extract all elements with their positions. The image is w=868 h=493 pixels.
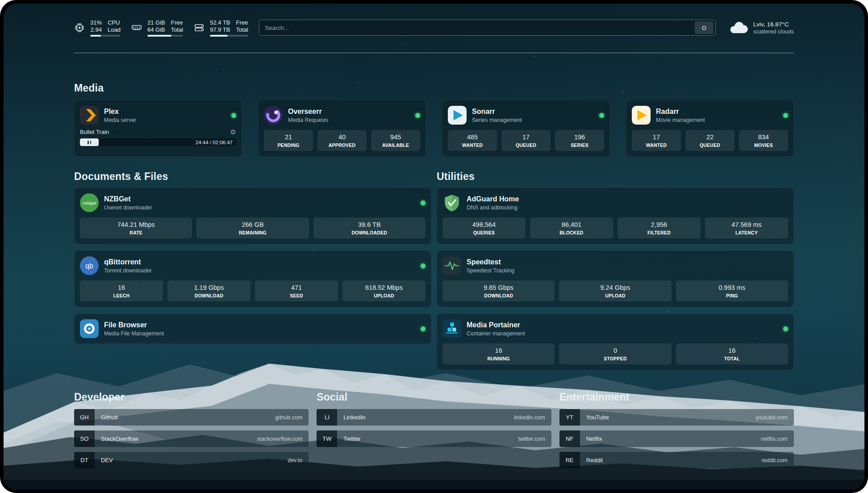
service-name: Plex	[104, 107, 136, 116]
disk-free-value: 52.4 TB	[210, 19, 230, 26]
service-subtitle: Torrent downloader	[104, 267, 152, 274]
bookmark-domain: linkedin.com	[514, 414, 545, 421]
bookmark-abbr: SO	[74, 430, 95, 447]
system-widgets: 31% CPU 2.94 Load	[74, 19, 248, 37]
bookmark-youtube[interactable]: YT YouTube youtube.com	[559, 409, 794, 426]
plex-now-playing: Bullet Train ⚙ 24:44 / 02:06:47	[80, 129, 236, 146]
bookmark-name: Netflix	[586, 435, 602, 442]
bookmark-domain: stackoverflow.com	[257, 436, 302, 442]
header-divider	[74, 53, 794, 53]
cpu-load-value: 2.94	[90, 26, 102, 33]
bookmark-netflix[interactable]: NF Netflix netflix.com	[559, 430, 794, 447]
service-card-nzbget[interactable]: nzbget NZBGet Usenet downloader 744.21 M…	[74, 188, 431, 244]
memory-total-label: Total	[171, 26, 183, 33]
status-dot	[415, 113, 420, 118]
memory-free-value: 21 GiB	[147, 19, 165, 26]
service-subtitle: Media Requests	[288, 117, 328, 123]
speedtest-icon	[442, 256, 461, 275]
stat-wanted: 17 WANTED	[632, 130, 681, 151]
bookmark-github[interactable]: GH Github github.com	[74, 409, 309, 426]
service-name: Speedtest	[467, 258, 514, 267]
service-subtitle: Usenet downloader	[104, 205, 152, 211]
cloud-icon	[729, 21, 748, 34]
stat-running: 16 RUNNING	[442, 343, 555, 364]
service-card-portainer[interactable]: Media Portainer Container management 16 …	[437, 313, 794, 370]
service-card-plex[interactable]: Plex Media server Bullet Train ⚙	[74, 100, 242, 157]
cpu-widget: 31% CPU 2.94 Load	[74, 19, 121, 37]
service-card-sonarr[interactable]: Sonarr Series management 485 WANTED	[442, 100, 610, 157]
bookmark-name: StackOverflow	[101, 435, 138, 442]
service-card-overseerr[interactable]: Overseerr Media Requests 21 PENDING	[258, 100, 426, 157]
stat-movies: 834 MOVIES	[739, 130, 788, 151]
bookmark-stackoverflow[interactable]: SO StackOverflow stackoverflow.com	[74, 430, 309, 447]
stat-leech: 16 LEECH	[80, 280, 163, 301]
pause-icon[interactable]	[87, 141, 92, 144]
developer-bookmarks: Developer GH Github github.com SO StackO…	[74, 391, 309, 473]
playback-time: 24:44 / 02:06:47	[196, 140, 233, 145]
service-name: qBittorrent	[104, 258, 152, 267]
bookmark-abbr: LI	[317, 409, 337, 426]
service-name: Sonarr	[472, 107, 522, 116]
status-dot	[599, 113, 604, 118]
service-card-speedtest[interactable]: Speedtest Speedtest Tracking 9.65 Gbps D…	[437, 251, 794, 307]
entertainment-bookmarks: Entertainment YT YouTube youtube.com NF …	[559, 391, 794, 473]
bookmark-name: LinkedIn	[343, 414, 365, 421]
section-title-developer: Developer	[74, 391, 309, 404]
bookmark-domain: twitter.com	[518, 436, 545, 442]
section-title-documents: Documents & Files	[74, 170, 431, 183]
playback-progress-fill	[80, 138, 99, 146]
bookmark-linkedin[interactable]: LI LinkedIn linkedin.com	[317, 409, 551, 426]
memory-free-label: Free	[171, 19, 183, 26]
stat-upload: 9.24 Gbps UPLOAD	[559, 280, 671, 301]
bookmark-abbr: NF	[559, 430, 580, 447]
stat-download: 1.19 Gbps DOWNLOAD	[167, 280, 250, 301]
cpu-usage-value: 31%	[90, 19, 102, 26]
weather-condition: scattered clouds	[753, 28, 794, 35]
now-playing-title: Bullet Train	[80, 129, 109, 135]
service-name: NZBGet	[104, 195, 152, 204]
search-bar: G	[259, 20, 716, 36]
section-title-utilities: Utilities	[437, 170, 794, 183]
disk-progress-fill	[210, 35, 227, 37]
stat-available: 945 AVAILABLE	[371, 130, 420, 151]
bookmark-name: Github	[101, 414, 118, 421]
service-card-adguard[interactable]: AdGuard Home DNS and adblocking 498,564 …	[437, 188, 794, 244]
section-title-media: Media	[74, 82, 794, 95]
dashboard-screen: 31% CPU 2.94 Load	[4, 4, 864, 489]
cpu-progress-fill	[90, 35, 101, 37]
service-subtitle: Media File Management	[104, 330, 164, 337]
stat-seed: 471 SEED	[255, 280, 338, 301]
service-card-qbittorrent[interactable]: qb qBittorrent Torrent downloader 16	[74, 251, 431, 307]
bookmark-twitter[interactable]: TW Twitter twitter.com	[317, 430, 551, 447]
bookmark-reddit[interactable]: RE Reddit reddit.com	[559, 452, 794, 468]
plex-icon	[80, 106, 99, 125]
stat-remaining: 266 GB REMAINING	[196, 217, 309, 238]
adguard-icon	[442, 193, 461, 212]
bookmark-dev[interactable]: DT DEV dev.to	[74, 452, 309, 468]
service-subtitle: Movie management	[656, 117, 705, 123]
portainer-icon	[442, 319, 461, 338]
service-subtitle: Container management	[467, 330, 525, 337]
search-provider-button[interactable]: G	[695, 21, 714, 34]
gear-icon[interactable]: ⚙	[230, 129, 236, 135]
search-input[interactable]	[265, 25, 695, 31]
weather-location: Lviv, 16.87°C	[753, 21, 794, 28]
service-card-radarr[interactable]: Radarr Movie management 17 WANTED 2	[626, 100, 794, 157]
svg-text:qb: qb	[85, 262, 93, 270]
bookmark-name: Twitter	[343, 435, 360, 442]
bookmark-domain: netflix.com	[761, 436, 788, 442]
section-title-social: Social	[317, 391, 551, 404]
stat-total: 16 TOTAL	[676, 343, 788, 364]
stat-queries: 498,564 QUERIES	[442, 217, 526, 238]
stat-queued: 22 QUEUED	[685, 130, 734, 151]
playback-progress-bar[interactable]: 24:44 / 02:06:47	[80, 138, 236, 146]
utilities-section: Utilities AdGuard Home DNS and adblockin…	[437, 170, 794, 370]
bookmark-abbr: TW	[317, 430, 337, 447]
bookmark-domain: youtube.com	[755, 414, 788, 421]
stat-blocked: 86,401 BLOCKED	[530, 217, 613, 238]
cpu-icon	[74, 22, 85, 33]
memory-progress-fill	[147, 35, 171, 37]
stat-download: 9.65 Gbps DOWNLOAD	[442, 280, 555, 301]
service-card-filebrowser[interactable]: File Browser Media File Management	[74, 313, 431, 344]
service-name: Overseerr	[288, 107, 328, 116]
